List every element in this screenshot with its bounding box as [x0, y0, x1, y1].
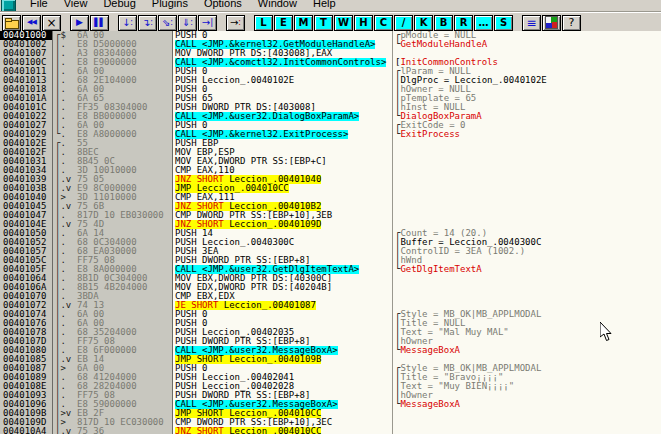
- disasm-row[interactable]: 00401070│.3BDACMP EBX,EDX: [0, 292, 661, 301]
- call-stack-button[interactable]: K: [414, 15, 433, 31]
- disasm-row[interactable]: 00401013│.68 2E104000PUSH Leccion_.00401…: [0, 76, 661, 85]
- instruction-operand: PUSH Leccion_.0040300C: [175, 238, 294, 247]
- instruction-text: CMP DWORD PTR SS:[EBP+10],3EC: [175, 418, 332, 427]
- disasm-row[interactable]: 00401072│.v74 13JE SHORT Leccion_.004010…: [0, 301, 661, 310]
- disasm-row[interactable]: 00401087│>6A 00PUSH 0┌Style = MB_OK|MB_A…: [0, 364, 661, 373]
- instruction-operand: CMP EAX,111: [175, 193, 235, 202]
- disasm-row[interactable]: 00401076│.6A 00PUSH 0│Title = NULL: [0, 319, 661, 328]
- disasm-row[interactable]: 0040107D│.FF75 08PUSH DWORD PTR SS:[EBP+…: [0, 337, 661, 346]
- disasm-row[interactable]: 0040102E┌.55PUSH EBP: [0, 139, 661, 148]
- disasm-row[interactable]: 00401085│.vEB 14JMP SHORT Leccion_.00401…: [0, 355, 661, 364]
- disasm-row[interactable]: 00401039│.v75 05JNZ SHORT Leccion_.00401…: [0, 175, 661, 184]
- execute-till-return-button[interactable]: →|: [198, 15, 217, 31]
- menu-item-plugins[interactable]: Plugins: [144, 0, 196, 10]
- disasm-row[interactable]: 0040109B│>vEB 2FJMP SHORT Leccion_.00401…: [0, 409, 661, 418]
- disasm-row[interactable]: 00401074│.6A 00PUSH 0┌Style = MB_OK|MB_A…: [0, 310, 661, 319]
- disasm-row[interactable]: 00401007│.A3 08304000MOV DWORD PTR DS:[4…: [0, 49, 661, 58]
- comment-text: Style = MB_OK|MB_APPLMODAL: [400, 364, 541, 373]
- run-button[interactable]: ▶: [70, 15, 89, 31]
- instruction-text: PUSH 0: [175, 364, 208, 373]
- disasm-row[interactable]: 00401022│.E8 BB000000CALL <JMP.&user32.D…: [0, 112, 661, 121]
- windows-list-button[interactable]: ≡: [522, 15, 541, 31]
- disasm-row[interactable]: 0040100C│.E8 E9000000CALL <JMP.&comctl32…: [0, 58, 661, 67]
- source-button[interactable]: S: [494, 15, 513, 31]
- disasm-row[interactable]: 00401093│.FF75 08PUSH DWORD PTR SS:[EBP+…: [0, 391, 661, 400]
- menu-item-help[interactable]: Help: [305, 0, 344, 10]
- disasm-row[interactable]: 00401011│.6A 00PUSH 0┌lParam = NULL: [0, 67, 661, 76]
- instruction-cell: PUSH Leccion_.00402028: [173, 382, 392, 391]
- hexbytes-text: E8 59000000: [77, 400, 171, 409]
- disasm-row[interactable]: 00401052│.68 0C304000PUSH Leccion_.00403…: [0, 238, 661, 247]
- menu-item-debug[interactable]: Debug: [95, 0, 143, 10]
- step-into-button[interactable]: ↓:: [118, 15, 137, 31]
- disasm-row[interactable]: 0040101A│.6A 65PUSH 65│pTemplate = 65: [0, 94, 661, 103]
- disasm-row[interactable]: 00401057│.68 EA030000PUSH 3EA│ControlID …: [0, 247, 661, 256]
- references-button[interactable]: R: [454, 15, 473, 31]
- disasm-row[interactable]: 00401050│.6A 14PUSH 14┌Count = 14 (20.): [0, 229, 661, 238]
- instruction-operand: PUSH 0: [175, 319, 208, 328]
- disasm-row[interactable]: 0040104E│.v75 4DJNZ SHORT Leccion_.00401…: [0, 220, 661, 229]
- disasm-row[interactable]: 00401000┌$6A 00PUSH 0┌pModule = NULL: [0, 31, 661, 40]
- pause-button[interactable]: ▌▌: [90, 15, 109, 31]
- animate-into-button[interactable]: ⇘:: [158, 15, 177, 31]
- disasm-row[interactable]: 00401089│.68 41204000PUSH Leccion_.00402…: [0, 373, 661, 382]
- analysis-marker-cell: │.: [53, 157, 77, 166]
- disasm-row[interactable]: 0040108E│.68 28204000PUSH Leccion_.00402…: [0, 382, 661, 391]
- disasm-row[interactable]: 00401018│.6A 00PUSH 0│hOwner = NULL: [0, 85, 661, 94]
- address-cell: 0040108E: [0, 382, 53, 391]
- appearance-button[interactable]: [542, 15, 561, 31]
- disasm-row[interactable]: 00401027│.6A 00PUSH 0┌ExitCode = 0: [0, 121, 661, 130]
- disasm-row[interactable]: 00401045│.v75 6BJNZ SHORT Leccion_.00401…: [0, 202, 661, 211]
- disasm-row[interactable]: 0040106A│.8B15 4B204000MOV EDX,DWORD PTR…: [0, 283, 661, 292]
- menu-item-file[interactable]: File: [22, 0, 56, 10]
- comment-cell: └MessageBoxA: [392, 400, 661, 409]
- disasm-row[interactable]: 00401031│.8B45 0CMOV EAX,DWORD PTR SS:[E…: [0, 157, 661, 166]
- disasm-row[interactable]: 00401080│.E8 6F000000CALL <JMP.&user32.M…: [0, 346, 661, 355]
- menu-item-window[interactable]: Window: [250, 0, 305, 10]
- disassembly-pane[interactable]: 00401000┌$6A 00PUSH 0┌pModule = NULL0040…: [0, 31, 661, 434]
- executables-button[interactable]: E: [274, 15, 293, 31]
- analysis-marker-cell: │.: [53, 166, 77, 175]
- disasm-row[interactable]: 0040105F│.E8 8A000000CALL <JMP.&user32.G…: [0, 265, 661, 274]
- threads-button[interactable]: T: [314, 15, 333, 31]
- help-button[interactable]: ?: [562, 15, 581, 31]
- close-button[interactable]: ×: [42, 15, 61, 31]
- memory-map-button[interactable]: M: [294, 15, 313, 31]
- address-cell: 00401052: [0, 238, 53, 247]
- disasm-row[interactable]: 0040103B│.vE9 8C000000JMP Leccion_.00401…: [0, 184, 661, 193]
- disasm-row[interactable]: 0040102F│.8BECMOV EBP,ESP: [0, 148, 661, 157]
- patches-button[interactable]: /: [394, 15, 413, 31]
- breakpoints-button[interactable]: B: [434, 15, 453, 31]
- disasm-row[interactable]: 00401034│.3D 10010000CMP EAX,110: [0, 166, 661, 175]
- menu-item-view[interactable]: View: [56, 0, 96, 10]
- disasm-row[interactable]: 00401078│.68 35204000PUSH Leccion_.00402…: [0, 328, 661, 337]
- animate-over-button[interactable]: ⇓:: [178, 15, 197, 31]
- disasm-row[interactable]: 00401040│>3D 11010000CMP EAX,111: [0, 193, 661, 202]
- handles-button[interactable]: H: [354, 15, 373, 31]
- disasm-row[interactable]: 004010A4│.v75 36JNZ SHORT Leccion_.00401…: [0, 427, 661, 434]
- disasm-row[interactable]: 00401002│.E8 D5000000CALL <JMP.&kernel32…: [0, 40, 661, 49]
- disasm-row[interactable]: 00401064│.8B1D 0C304000MOV EBX,DWORD PTR…: [0, 274, 661, 283]
- disasm-row[interactable]: 0040101C│.FF35 08304000PUSH DWORD PTR DS…: [0, 103, 661, 112]
- log-window-button[interactable]: L: [254, 15, 273, 31]
- comment-text: lParam = NULL: [400, 67, 470, 76]
- menu-item-options[interactable]: Options: [196, 0, 250, 10]
- disasm-row[interactable]: 00401096│.E8 59000000CALL <JMP.&user32.M…: [0, 400, 661, 409]
- address-cell: 00401018: [0, 85, 53, 94]
- open-file-button[interactable]: [2, 15, 21, 31]
- instruction-cell: MOV EAX,DWORD PTR SS:[EBP+C]: [173, 157, 392, 166]
- hexbytes-cell: 8B45 0C: [77, 157, 173, 166]
- disasm-row[interactable]: 00401029└.E8 A8000000CALL <JMP.&kernel32…: [0, 130, 661, 139]
- windows-button[interactable]: W: [334, 15, 353, 31]
- run-trace-button[interactable]: …: [474, 15, 493, 31]
- comment-text: Text = "Muy BIEN¡¡¡¡": [400, 382, 514, 391]
- disasm-row[interactable]: 00401047│.817D 10 EB030000CMP DWORD PTR …: [0, 211, 661, 220]
- go-to-address-button[interactable]: →:: [226, 15, 245, 31]
- step-over-button[interactable]: ↴:: [138, 15, 157, 31]
- restart-button[interactable]: ◀◀: [22, 15, 41, 31]
- instruction-cell: PUSH 0: [173, 121, 392, 130]
- disasm-row[interactable]: 0040105C│.FF75 08PUSH DWORD PTR SS:[EBP+…: [0, 256, 661, 265]
- hexbytes-text: 8B1D 0C304000: [77, 274, 171, 283]
- cpu-window-button[interactable]: C: [374, 15, 393, 31]
- disasm-row[interactable]: 0040109D│>817D 10 EC030000CMP DWORD PTR …: [0, 418, 661, 427]
